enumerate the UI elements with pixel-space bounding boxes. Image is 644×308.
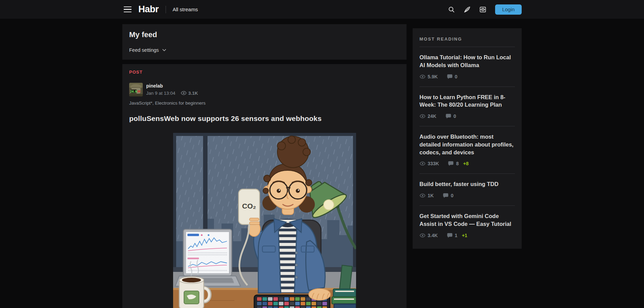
views-count: 3.4K bbox=[428, 233, 438, 238]
comments-count: 1 bbox=[455, 233, 458, 238]
post-views-count: 3.1K bbox=[188, 91, 198, 96]
new-comments-count: +1 bbox=[462, 233, 467, 238]
comments-stat[interactable]: 8 +8 bbox=[448, 160, 469, 167]
author-username[interactable]: pinelab bbox=[146, 83, 198, 89]
article-link[interactable]: Build better, faster using TDD bbox=[419, 180, 515, 188]
new-comments-count: +8 bbox=[463, 161, 469, 166]
comments-count: 0 bbox=[451, 193, 454, 198]
all-streams-link[interactable]: All streams bbox=[173, 6, 198, 12]
most-reading-item: Get Started with Gemini Code Assist in V… bbox=[419, 205, 515, 245]
views-count: 24K bbox=[428, 113, 436, 119]
eye-icon bbox=[419, 74, 426, 80]
co2-device-label: CO₂ bbox=[242, 202, 256, 210]
illustration: CO₂ bbox=[173, 133, 356, 308]
post-hubs[interactable]: JavaScript*, Electronics for beginners bbox=[129, 101, 400, 106]
most-reading-item: How to Learn Python FREE in 8-Week: The … bbox=[419, 87, 515, 126]
search-icon bbox=[448, 6, 455, 13]
eye-icon bbox=[419, 160, 426, 167]
views-count: 333K bbox=[428, 161, 439, 166]
eye-square-icon bbox=[479, 6, 487, 13]
pen-icon bbox=[463, 6, 471, 13]
most-reading-card: MOST READING Ollama Tutorial: How to Run… bbox=[413, 28, 522, 249]
page-title: My feed bbox=[129, 30, 400, 39]
views-count: 5.9K bbox=[428, 74, 438, 79]
article-link[interactable]: Ollama Tutorial: How to Run Local AI Mod… bbox=[419, 53, 515, 69]
comment-icon bbox=[443, 192, 449, 199]
comments-stat[interactable]: 1 +1 bbox=[447, 232, 467, 238]
comments-count: 0 bbox=[454, 113, 456, 119]
comment-icon bbox=[445, 113, 451, 119]
habr-logo[interactable]: Habr bbox=[138, 4, 159, 15]
eye-icon bbox=[181, 90, 187, 96]
sidebar: MOST READING Ollama Tutorial: How to Run… bbox=[413, 28, 522, 249]
comments-stat[interactable]: 0 bbox=[447, 74, 458, 80]
views-stat: 5.9K bbox=[419, 74, 438, 80]
post-card: POST 24.9 pinelab bbox=[122, 64, 407, 308]
feed-header-card: My feed Feed settings bbox=[122, 24, 407, 60]
feed-settings-button[interactable]: Feed settings bbox=[129, 47, 167, 53]
comments-count: 8 bbox=[456, 161, 459, 166]
post-timestamp: Jan 9 at 13:04 bbox=[146, 91, 175, 96]
most-reading-item: Ollama Tutorial: How to Run Local AI Mod… bbox=[419, 47, 515, 87]
avatar-display-value: 24.9 bbox=[130, 90, 137, 93]
post-cover-image[interactable]: CO₂ bbox=[173, 133, 356, 308]
write-post-button[interactable] bbox=[461, 3, 473, 16]
menu-button[interactable] bbox=[122, 5, 133, 14]
comment-icon bbox=[448, 160, 454, 167]
views-count: 1K bbox=[428, 193, 434, 198]
article-link[interactable]: How to Learn Python FREE in 8-Week: The … bbox=[419, 93, 515, 109]
views-stat: 333K bbox=[419, 160, 439, 167]
eye-icon bbox=[419, 232, 426, 238]
header-divider bbox=[166, 6, 166, 13]
top-navbar: Habr All streams bbox=[0, 0, 644, 19]
comment-icon bbox=[447, 232, 453, 238]
article-link[interactable]: Get Started with Gemini Code Assist in V… bbox=[419, 212, 515, 228]
feed-settings-label: Feed settings bbox=[129, 47, 159, 53]
post-views: 3.1K bbox=[181, 90, 198, 96]
comments-stat[interactable]: 0 bbox=[445, 113, 456, 119]
main-feed-column: My feed Feed settings POST bbox=[122, 24, 407, 308]
post-type-badge: POST bbox=[129, 70, 400, 75]
most-reading-item: Audio over Bluetooth: most detailed info… bbox=[419, 126, 515, 173]
chevron-down-icon bbox=[162, 48, 167, 52]
avatar[interactable]: 24.9 bbox=[129, 83, 143, 96]
comment-icon bbox=[447, 74, 453, 80]
eye-icon bbox=[419, 113, 426, 119]
most-reading-item: Build better, faster using TDD 1K 0 bbox=[419, 173, 515, 205]
post-title[interactable]: polluSensWeb now supports 26 sensors and… bbox=[129, 114, 400, 123]
views-stat: 1K bbox=[419, 192, 434, 199]
comments-count: 0 bbox=[455, 74, 458, 79]
most-reading-title: MOST READING bbox=[419, 36, 515, 47]
watch-queue-button[interactable] bbox=[477, 3, 489, 16]
views-stat: 3.4K bbox=[419, 232, 438, 238]
article-link[interactable]: Audio over Bluetooth: most detailed info… bbox=[419, 133, 515, 156]
eye-icon bbox=[419, 192, 426, 199]
post-author-row: 24.9 pinelab Jan 9 at 13:04 bbox=[129, 83, 400, 96]
login-button[interactable]: Login bbox=[495, 4, 522, 15]
views-stat: 24K bbox=[419, 113, 436, 119]
search-button[interactable] bbox=[445, 3, 458, 16]
comments-stat[interactable]: 0 bbox=[443, 192, 454, 199]
